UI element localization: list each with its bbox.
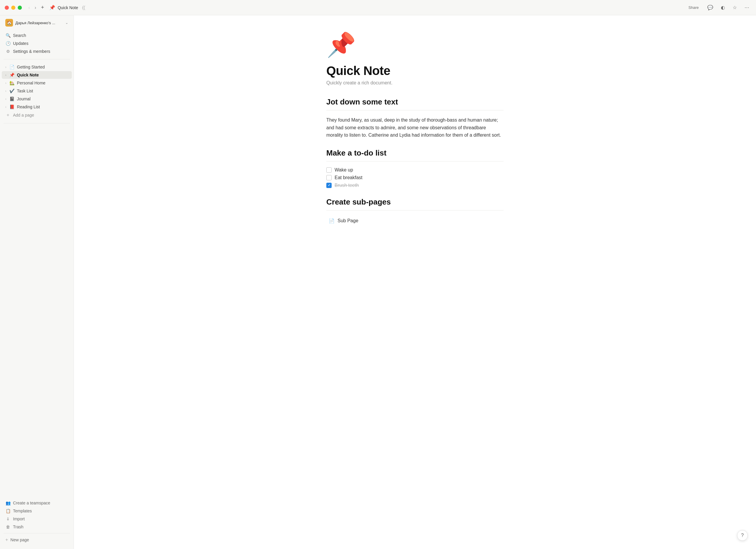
section-divider-2 [326, 161, 504, 162]
getting-started-label: Getting Started [17, 65, 68, 69]
section-heading-jot-down: Jot down some text [326, 97, 504, 107]
drag-handle-button[interactable]: ⠿ [320, 117, 325, 123]
sidebar-item-settings[interactable]: ⚙ Settings & members [2, 48, 72, 55]
sidebar-item-getting-started[interactable]: › 📄 Getting Started [2, 63, 72, 71]
body-text: They found Mary, as usual, deep in the s… [326, 118, 501, 138]
workspace-chevron-icon: ⌄ [65, 21, 68, 25]
import-icon: ⇓ [5, 517, 11, 521]
todo-label-0: Wake up [335, 167, 353, 173]
add-icon: + [5, 113, 11, 118]
chevron-right-icon: › [5, 89, 6, 93]
sidebar-item-updates[interactable]: 🕐 Updates [2, 40, 72, 47]
add-page-item[interactable]: + Add a page [2, 111, 72, 119]
todo-label-2: Brush teeth [335, 183, 359, 188]
personal-home-icon: 🏡 [9, 81, 14, 85]
settings-label: Settings & members [13, 49, 68, 54]
sidebar-item-personal-home[interactable]: › 🏡 Personal Home [2, 79, 72, 87]
close-button[interactable] [5, 6, 9, 10]
reading-list-icon: 📕 [9, 105, 14, 109]
templates-icon: 📋 [5, 509, 11, 513]
sidebar-item-search[interactable]: 🔍 Search [2, 32, 72, 39]
templates-label: Templates [13, 509, 32, 513]
quick-note-label: Quick Note [17, 73, 68, 77]
subpage-link[interactable]: 📄 Sub Page [326, 216, 361, 226]
sidebar-item-trash[interactable]: 🗑 Trash [2, 523, 72, 531]
sidebar-divider-1 [4, 59, 70, 59]
task-list-icon: ✔️ [9, 89, 14, 93]
sidebar-item-templates[interactable]: 📋 Templates [2, 507, 72, 515]
sidebar-item-reading-list[interactable]: › 📕 Reading List [2, 103, 72, 111]
new-page-label: New page [10, 537, 29, 542]
navigation-controls: ‹ › + [27, 3, 46, 12]
history-icon[interactable]: ◐ [719, 3, 727, 12]
sidebar-utilities: 🔍 Search 🕐 Updates ⚙ Settings & members [0, 30, 74, 57]
quick-note-icon: 📌 [9, 73, 14, 77]
getting-started-icon: 📄 [9, 65, 14, 69]
todo-checkbox-2[interactable] [326, 183, 332, 188]
trash-icon: 🗑 [5, 524, 11, 529]
chevron-right-icon: › [5, 74, 6, 77]
page-container: 📌 Quick Note Quickly create a rich docum… [303, 15, 527, 255]
journal-icon: 📓 [9, 97, 14, 101]
todo-item-2: Brush teeth [326, 183, 504, 188]
sidebar-divider-3 [4, 533, 70, 533]
favorite-icon[interactable]: ☆ [731, 3, 739, 12]
new-page-button[interactable]: + New page [2, 536, 72, 544]
sidebar-item-create-teamspace[interactable]: 👥 Create a teamspace [2, 499, 72, 507]
forward-button[interactable]: › [33, 4, 38, 12]
maximize-button[interactable] [18, 6, 22, 10]
workspace-selector[interactable]: 🏠 Дарья Лейзаренко's ... ⌄ [2, 17, 72, 29]
subpage-icon: 📄 [329, 218, 335, 224]
todo-list: Wake up Eat breakfast Brush teeth [326, 167, 504, 188]
add-block-button[interactable]: + [316, 117, 320, 123]
help-button[interactable]: ? [737, 530, 748, 541]
sidebar: 🏠 Дарья Лейзаренко's ... ⌄ 🔍 Search 🕐 Up… [0, 15, 74, 549]
main-content: 📌 Quick Note Quickly create a rich docum… [74, 15, 756, 549]
journal-label: Journal [17, 97, 68, 101]
section-heading-subpages: Create sub-pages [326, 198, 504, 207]
personal-home-label: Personal Home [17, 81, 68, 85]
todo-checkbox-0[interactable] [326, 167, 332, 173]
page-title-label: Quick Note [58, 5, 78, 10]
titlebar: ‹ › + 📌 Quick Note 〈〈 Share 💬 ◐ ☆ ⋯ [0, 0, 756, 15]
share-button[interactable]: Share [685, 4, 702, 11]
titlebar-actions: Share 💬 ◐ ☆ ⋯ [685, 3, 751, 12]
chevron-right-icon: › [5, 66, 6, 69]
search-label: Search [13, 33, 68, 38]
comment-icon[interactable]: 💬 [705, 3, 715, 12]
page-icon: 📌 [49, 5, 55, 10]
sidebar-item-journal[interactable]: › 📓 Journal [2, 95, 72, 103]
sidebar-item-task-list[interactable]: › ✔️ Task List [2, 87, 72, 95]
body-text-block: + ⠿ They found Mary, as usual, deep in t… [326, 116, 504, 139]
minimize-button[interactable] [11, 6, 15, 10]
sidebar-divider-2 [4, 123, 70, 123]
import-label: Import [13, 517, 25, 521]
section-divider-3 [326, 210, 504, 211]
page-emoji-icon: 📌 [326, 33, 504, 57]
todo-item-1: Eat breakfast [326, 175, 504, 180]
new-page-plus-icon: + [5, 537, 8, 543]
app-body: 🏠 Дарья Лейзаренко's ... ⌄ 🔍 Search 🕐 Up… [0, 15, 756, 549]
task-list-label: Task List [17, 89, 68, 93]
traffic-lights [5, 6, 22, 10]
todo-item-0: Wake up [326, 167, 504, 173]
todo-checkbox-1[interactable] [326, 175, 332, 180]
teamspace-icon: 👥 [5, 501, 11, 505]
workspace-icon: 🏠 [5, 19, 13, 27]
sidebar-bottom: 👥 Create a teamspace 📋 Templates ⇓ Impor… [0, 496, 74, 549]
page-subtitle: Quickly create a rich document. [326, 80, 504, 86]
subpage-label: Sub Page [338, 218, 358, 224]
section-divider-1 [326, 110, 504, 110]
back-button[interactable]: ‹ [27, 4, 32, 12]
sidebar-item-quick-note[interactable]: › 📌 Quick Note [2, 71, 72, 79]
workspace-name: Дарья Лейзаренко's ... [15, 21, 65, 25]
sidebar-item-import[interactable]: ⇓ Import [2, 515, 72, 523]
new-tab-button[interactable]: + [39, 3, 46, 12]
collapse-sidebar-button[interactable]: 〈〈 [80, 4, 87, 12]
updates-label: Updates [13, 41, 68, 46]
more-options-button[interactable]: ⋯ [742, 3, 751, 12]
section-heading-todo: Make a to-do list [326, 149, 504, 158]
chevron-right-icon: › [5, 97, 6, 101]
add-page-label: Add a page [13, 113, 68, 118]
page-title: Quick Note [326, 64, 504, 78]
